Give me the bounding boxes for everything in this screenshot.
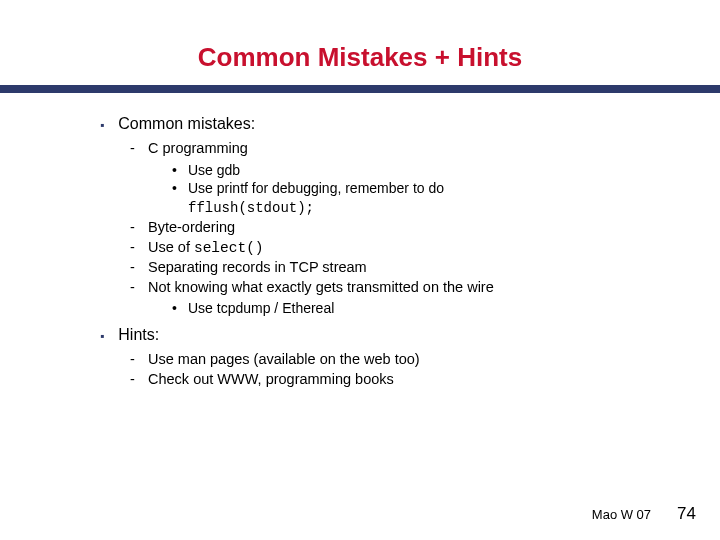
list-item: Use of select(): [130, 238, 660, 259]
item-text: Use tcpdump / Ethereal: [188, 300, 334, 316]
item-text: Check out WWW, programming books: [148, 371, 394, 387]
square-bullet-icon: ▪: [100, 329, 104, 343]
dot-list: Use gdb Use printf for debugging, rememb…: [148, 161, 660, 219]
item-text: Use of: [148, 239, 194, 255]
item-text: Byte-ordering: [148, 219, 235, 235]
item-text: Not knowing what exactly gets transmitte…: [148, 279, 494, 295]
list-item: Separating records in TCP stream: [130, 258, 660, 278]
slide-title: Common Mistakes + Hints: [0, 0, 720, 85]
list-item: Check out WWW, programming books: [130, 370, 660, 390]
item-text: Separating records in TCP stream: [148, 259, 367, 275]
section-head: ▪ Hints:: [100, 326, 660, 344]
section-title: Hints:: [118, 326, 159, 344]
dash-list: C programming Use gdb Use printf for deb…: [100, 139, 660, 318]
item-text: C programming: [148, 140, 248, 156]
square-bullet-icon: ▪: [100, 118, 104, 132]
list-item: Use tcpdump / Ethereal: [172, 299, 660, 318]
section-hints: ▪ Hints: Use man pages (available on the…: [100, 326, 660, 389]
section-common-mistakes: ▪ Common mistakes: C programming Use gdb…: [100, 115, 660, 318]
list-item: Not knowing what exactly gets transmitte…: [130, 278, 660, 318]
item-text: Use printf for debugging, remember to do: [188, 180, 444, 196]
code-text: fflush(stdout);: [188, 199, 660, 218]
slide: Common Mistakes + Hints ▪ Common mistake…: [0, 0, 720, 540]
footer: Mao W 07 74: [592, 504, 696, 524]
list-item: C programming Use gdb Use printf for deb…: [130, 139, 660, 218]
page-number: 74: [677, 504, 696, 524]
list-item: Use gdb: [172, 161, 660, 180]
item-text: Use man pages (available on the web too): [148, 351, 420, 367]
section-head: ▪ Common mistakes:: [100, 115, 660, 133]
content: ▪ Common mistakes: C programming Use gdb…: [0, 115, 720, 390]
section-title: Common mistakes:: [118, 115, 255, 133]
list-item: Byte-ordering: [130, 218, 660, 238]
footer-author: Mao W 07: [592, 507, 651, 522]
horizontal-rule: [0, 85, 720, 93]
dot-list: Use tcpdump / Ethereal: [148, 299, 660, 318]
code-text: select(): [194, 240, 264, 256]
list-item: Use man pages (available on the web too): [130, 350, 660, 370]
item-text: Use gdb: [188, 162, 240, 178]
dash-list: Use man pages (available on the web too)…: [100, 350, 660, 389]
list-item: Use printf for debugging, remember to do…: [172, 179, 660, 218]
